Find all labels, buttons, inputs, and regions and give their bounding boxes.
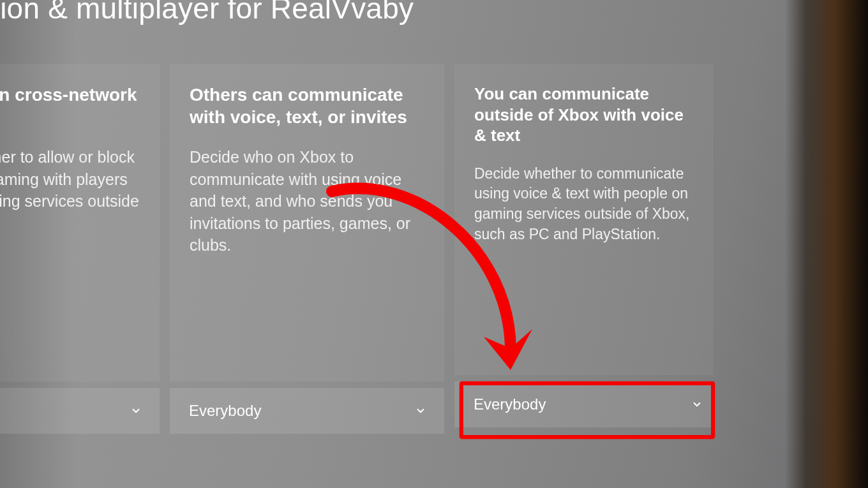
card-cross-network-play: You can join cross-network play Decide w… (0, 64, 160, 434)
card-gap (454, 375, 713, 381)
card-title: Others can communicate with voice, text,… (190, 84, 424, 128)
cross-network-play-dropdown[interactable] (0, 388, 160, 434)
card-description: Decide who on Xbox to communicate with u… (190, 146, 424, 256)
chevron-down-icon (691, 399, 703, 410)
xbox-privacy-settings-screen: Communication & multiplayer for RealVvab… (0, 0, 868, 488)
card-body: Others can communicate with voice, text,… (170, 64, 444, 381)
others-communicate-dropdown[interactable]: Everybody (170, 388, 444, 434)
card-gap (0, 381, 160, 388)
card-communicate-outside-xbox: You can communicate outside of Xbox with… (454, 64, 713, 427)
card-title: You can join cross-network play (0, 84, 140, 128)
card-description: Decide whether to allow or block multipl… (0, 146, 140, 234)
card-body: You can communicate outside of Xbox with… (454, 64, 713, 375)
settings-cards-row: You can join cross-network play Decide w… (0, 64, 713, 434)
communicate-outside-xbox-dropdown[interactable]: Everybody (454, 381, 713, 427)
chevron-down-icon (130, 405, 142, 417)
chevron-down-icon (415, 405, 426, 417)
monitor-bezel (785, 0, 868, 488)
page-title: Communication & multiplayer for RealVvab… (0, 0, 414, 26)
dropdown-value: Everybody (189, 402, 261, 420)
card-description: Decide whether to communicate using voic… (474, 164, 693, 245)
dropdown-value: Everybody (474, 396, 546, 413)
card-body: You can join cross-network play Decide w… (0, 64, 160, 381)
card-title: You can communicate outside of Xbox with… (474, 84, 693, 146)
card-gap (170, 381, 444, 388)
card-others-communicate: Others can communicate with voice, text,… (170, 64, 444, 434)
